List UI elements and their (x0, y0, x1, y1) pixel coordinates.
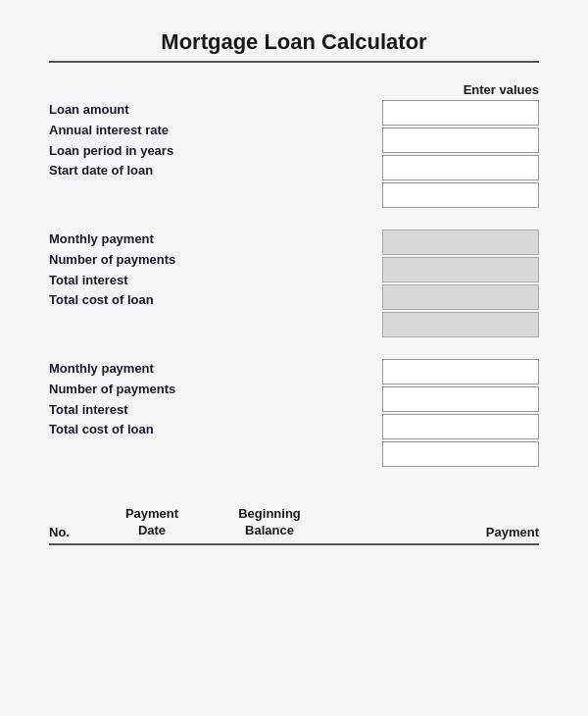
inputs-col-3 (382, 359, 539, 469)
output-total-interest-2 (382, 414, 539, 439)
section-inputs: Loan amount Annual interest rate Loan pe… (49, 82, 539, 210)
th-payment-date-line2: Date (138, 523, 166, 537)
th-beginning-balance-line2: Balance (245, 523, 294, 537)
label-total-interest-1: Total interest (49, 271, 372, 291)
th-beginning-balance-line1: Beginning (238, 506, 301, 521)
inputs-col-2 (382, 230, 539, 339)
label-loan-period: Loan period in years (49, 141, 372, 162)
input-loan-amount[interactable] (382, 100, 539, 126)
input-annual-interest-rate[interactable] (382, 128, 539, 153)
label-monthly-payment-2: Monthly payment (49, 359, 372, 380)
table-header-row: No. Payment Date Beginning Balance Payme… (49, 506, 539, 545)
th-beginning-balance: Beginning Balance (206, 506, 333, 539)
inputs-col-1: Enter values (382, 82, 539, 210)
section-outputs-2: Monthly payment Number of payments Total… (49, 359, 539, 469)
output-total-interest-1 (382, 284, 539, 310)
th-payment-date: Payment Date (98, 506, 206, 539)
label-monthly-payment-1: Monthly payment (49, 230, 372, 250)
title-divider (49, 61, 539, 63)
th-payment-date-line1: Payment (125, 506, 178, 521)
th-payment: Payment (333, 525, 539, 539)
label-start-date: Start date of loan (49, 161, 372, 181)
label-total-interest-2: Total interest (49, 400, 372, 421)
label-total-cost-1: Total cost of loan (49, 290, 372, 311)
input-loan-period[interactable] (382, 155, 539, 180)
th-no: No. (49, 525, 98, 539)
label-total-cost-2: Total cost of loan (49, 420, 372, 440)
output-number-of-payments-2 (382, 386, 539, 412)
col-header-enter-values: Enter values (382, 82, 539, 97)
output-total-cost-2 (382, 441, 539, 467)
page-container: Mortgage Loan Calculator Loan amount Ann… (0, 0, 588, 716)
output-monthly-payment-1 (382, 230, 539, 255)
output-total-cost-1 (382, 312, 539, 337)
input-start-date[interactable] (382, 182, 539, 208)
output-monthly-payment-2 (382, 359, 539, 384)
section-outputs-1: Monthly payment Number of payments Total… (49, 230, 539, 339)
output-number-of-payments-1 (382, 257, 539, 282)
label-loan-amount: Loan amount (49, 100, 372, 121)
label-number-of-payments-1: Number of payments (49, 250, 372, 271)
label-number-of-payments-2: Number of payments (49, 380, 372, 400)
page-title: Mortgage Loan Calculator (49, 29, 539, 55)
labels-col-2: Monthly payment Number of payments Total… (49, 230, 382, 311)
labels-col-3: Monthly payment Number of payments Total… (49, 359, 382, 440)
table-section: No. Payment Date Beginning Balance Payme… (49, 488, 539, 545)
labels-col-1: Loan amount Annual interest rate Loan pe… (49, 82, 382, 181)
label-annual-interest-rate: Annual interest rate (49, 121, 372, 141)
